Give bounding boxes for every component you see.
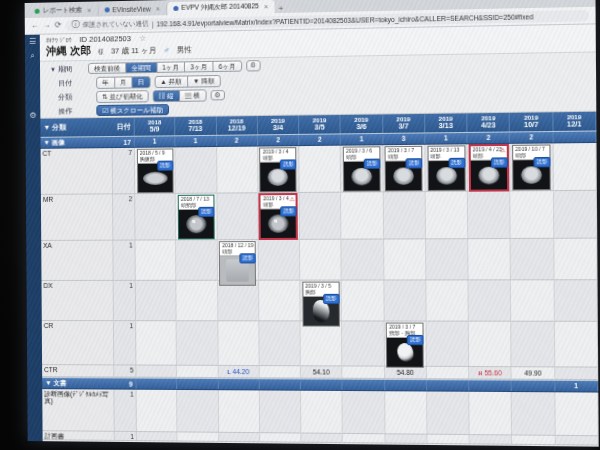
study-thumbnail[interactable]: 2019 / 3 / 7頸部・胸部読影 — [386, 323, 424, 368]
period-button-6ヶ月[interactable]: 6ヶ月 — [212, 60, 242, 72]
study-thumbnail[interactable]: 2019 / 10 / 7頭部読影 — [512, 144, 551, 190]
ctr-number: 54.10 — [313, 368, 330, 375]
reset-order-button[interactable]: ⇅ 並び初期化 — [96, 91, 148, 103]
date-column-header[interactable]: 20193/6 — [341, 114, 383, 133]
matrix-cell — [469, 280, 512, 321]
date-column-header[interactable]: 20193/5 — [299, 115, 341, 134]
class-gear-icon[interactable]: ⚙ — [210, 90, 225, 101]
period-button-3ヶ月[interactable]: 3ヶ月 — [184, 61, 213, 73]
info-icon[interactable]: ⓘ — [71, 21, 79, 29]
period-gear-icon[interactable]: ⚙ — [246, 60, 261, 71]
tab-report-search[interactable]: レポート検索 × — [29, 4, 98, 18]
column-date: 5/9 — [150, 126, 160, 134]
study-thumbnail[interactable]: 2019 / 4 / 23頭部⚠読影 — [469, 145, 507, 191]
corner-class-label[interactable]: ▼ 分類 — [43, 122, 66, 132]
matrix-cell — [426, 192, 469, 240]
matrix-cell — [137, 432, 178, 442]
matrix-cell — [554, 239, 598, 281]
new-tab-button[interactable]: + — [278, 4, 283, 13]
ctr-value[interactable]: 54.10 — [301, 366, 342, 377]
matrix-cell: L44.20 — [218, 366, 259, 378]
date-column-header[interactable]: 20193/4 — [258, 116, 300, 135]
monitor-photo: レポート検索 × EVInsiteView × EVPV 沖縄次郎 201408… — [0, 0, 600, 450]
group-label: ▼ 文書 — [45, 379, 66, 388]
date-unit-button-月[interactable]: 月 — [114, 77, 133, 88]
study-thumbnail[interactable]: 2019 / 3 / 5胸部読影 — [302, 282, 340, 327]
favorite-star-icon[interactable]: ☆ — [139, 34, 146, 43]
study-thumbnail[interactable]: 2018 / 5 / 9胸腹部読影 — [137, 148, 174, 193]
modality-row-CT: CT72018 / 5 / 9胸腹部読影2019 / 3 / 4頭部読影2019… — [41, 143, 597, 195]
brain-image: 読影 — [471, 160, 507, 189]
sort-desc-button[interactable]: ▼ 降順 — [187, 75, 221, 87]
vertical-layout-button[interactable]: ▥ 縦 — [153, 90, 180, 102]
matrix-cell — [219, 433, 260, 443]
tab-close-icon[interactable]: × — [87, 7, 91, 14]
date-column-header[interactable]: 201912/1 — [553, 112, 596, 131]
yomi-badge[interactable]: 読影 — [534, 157, 551, 167]
sort-asc-button[interactable]: ▲ 昇順 — [154, 76, 188, 88]
study-thumbnail[interactable]: 2019 / 3 / 6頭部読影 — [343, 146, 381, 191]
modality-row-XA: XA12018 / 12 / 19頭部読影 — [41, 239, 597, 281]
date-column-header[interactable]: 20193/13 — [425, 113, 468, 132]
period-button-検査前後[interactable]: 検査前後 — [88, 62, 126, 74]
date-unit-button-年[interactable]: 年 — [96, 77, 115, 88]
ctr-value[interactable]: L44.20 — [218, 366, 258, 377]
ctr-value[interactable]: H55.60 — [469, 367, 511, 379]
study-thumbnail[interactable]: 2019 / 3 / 4頭部読影 — [260, 147, 297, 192]
yomi-badge[interactable]: 読影 — [323, 294, 340, 304]
yomi-badge[interactable]: 読影 — [364, 159, 381, 169]
group-total: 17 — [123, 138, 130, 145]
date-column-header[interactable]: 20187/13 — [175, 117, 216, 136]
matrix-corner: ▼ 分類日付 — [40, 118, 134, 137]
matrix-cell: 2019 / 3 / 4頭部⚠読影 — [258, 193, 300, 240]
row-label-MR: MR — [41, 194, 113, 241]
yomi-badge[interactable]: 読影 — [448, 158, 465, 168]
tab-label: EVPV 沖縄次郎 20140825 — [181, 2, 259, 13]
ctr-number: 55.60 — [484, 369, 501, 376]
study-thumbnail[interactable]: 2018 / 7 / 13頭頸部読影 — [178, 195, 215, 240]
study-thumbnail[interactable]: 2019 / 3 / 4頭部⚠読影 — [260, 194, 297, 239]
scroll-assist-toggle[interactable]: ☑ 横スクロール補助 — [96, 104, 169, 116]
yomi-badge[interactable]: 読影 — [198, 207, 214, 217]
yomi-badge[interactable]: 読影 — [280, 159, 297, 169]
period-button-1ヶ月[interactable]: 1ヶ月 — [156, 61, 185, 73]
study-thumbnail[interactable]: 2019 / 3 / 7頭部読影 — [385, 146, 423, 192]
date-column-header[interactable]: 201910/7 — [510, 112, 553, 131]
ctr-value[interactable]: 49.90 — [512, 367, 554, 379]
back-icon[interactable]: ← — [31, 22, 39, 30]
horizontal-layout-button[interactable]: ▤ 横 — [179, 90, 206, 102]
hamburger-menu-icon[interactable]: ☰ — [29, 38, 36, 46]
date-column-header[interactable]: 20185/9 — [135, 117, 176, 136]
study-thumbnail[interactable]: 2018 / 12 / 19頭部読影 — [219, 241, 256, 286]
matrix-cell: H55.60 — [469, 367, 512, 380]
date-column-header[interactable]: 20194/23 — [467, 113, 510, 132]
yomi-badge[interactable]: 読影 — [406, 158, 423, 168]
row-count: 2 — [113, 194, 136, 240]
date-unit-button-日[interactable]: 日 — [131, 76, 150, 88]
forward-icon[interactable]: → — [43, 22, 51, 30]
image-shape — [351, 167, 372, 185]
period-button-全期間[interactable]: 全期間 — [125, 62, 157, 74]
search-icon[interactable]: ⌕ — [30, 52, 35, 60]
matrix-cell — [512, 435, 555, 445]
date-column-header[interactable]: 20193/7 — [383, 114, 425, 133]
abdomen-image: 読影 — [138, 164, 173, 193]
document-group-band-toggle[interactable]: ▼ 文書9 — [42, 378, 136, 389]
tab-close-icon[interactable]: × — [264, 3, 268, 10]
tab-evinsiteview[interactable]: EVInsiteView × — [97, 2, 166, 16]
yomi-badge[interactable]: 読影 — [240, 253, 256, 263]
tab-evpv-patient[interactable]: EVPV 沖縄次郎 20140825 × — [166, 0, 274, 15]
yomi-badge[interactable]: 読影 — [281, 206, 298, 216]
sidebar-gear-icon[interactable]: ⚙ — [29, 112, 36, 120]
yomi-badge[interactable]: 読影 — [407, 335, 424, 345]
tab-close-icon[interactable]: × — [156, 5, 160, 12]
date-column-header[interactable]: 201812/19 — [216, 116, 257, 135]
study-thumbnail[interactable]: 2019 / 3 / 13頭部読影 — [427, 145, 465, 191]
image-group-band-toggle[interactable]: ▼ 画像17 — [41, 137, 135, 148]
reload-icon[interactable]: ⟳ — [55, 21, 62, 29]
ctr-value[interactable]: 54.80 — [385, 367, 426, 378]
yomi-badge[interactable]: 読影 — [157, 161, 173, 171]
collapse-triangle-icon[interactable]: ▼ — [50, 66, 56, 72]
matrix-cell: 49.90 — [512, 367, 555, 380]
yomi-badge[interactable]: 読影 — [491, 157, 508, 167]
